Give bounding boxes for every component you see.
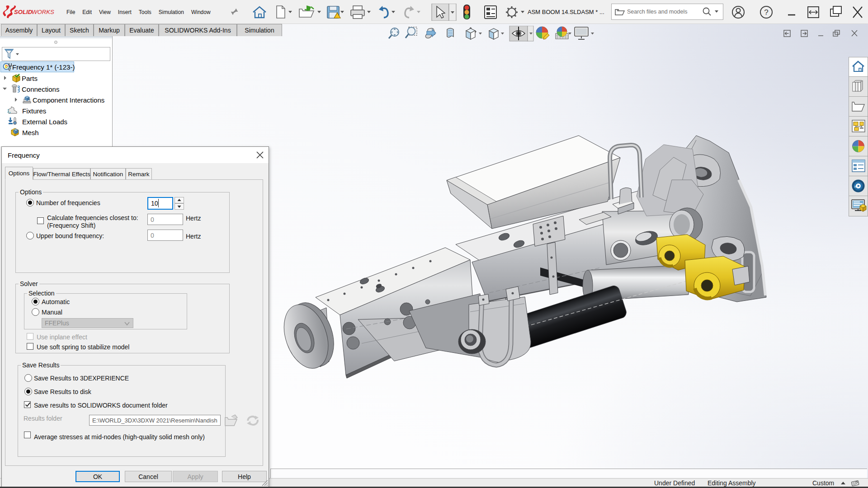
svg-text:3D: 3D bbox=[854, 185, 858, 188]
svg-text:SOLID: SOLID bbox=[14, 9, 33, 15]
svg-text:WORKS: WORKS bbox=[32, 9, 54, 15]
svg-text:?: ? bbox=[764, 8, 768, 17]
